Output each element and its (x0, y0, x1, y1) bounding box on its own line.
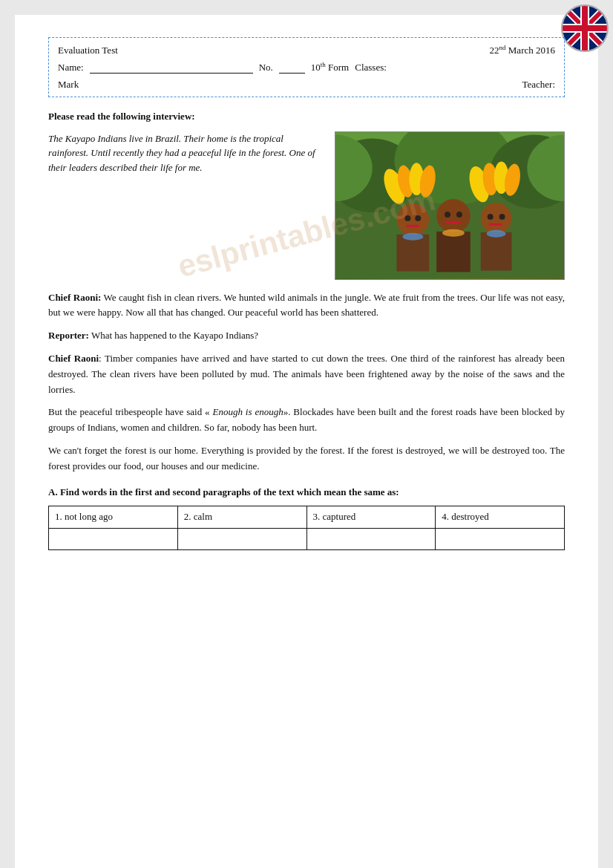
col-3-header: 3. captured (306, 506, 436, 528)
col-2-header: 2. calm (177, 506, 306, 528)
svg-rect-8 (563, 25, 607, 31)
svg-rect-42 (335, 131, 564, 278)
article-image (335, 131, 565, 280)
dialogue-paragraph-3: Chief Raoni: Timber companies have arriv… (48, 351, 565, 397)
dialogue-text-5: We can't forget the forest is our home. … (48, 445, 565, 471)
speaker-reporter: Reporter: (48, 330, 89, 341)
exercise-a-title: A. Find words in the first and second pa… (48, 486, 565, 498)
page: Evaluation Test 22nd March 2016 Name: No… (15, 15, 598, 868)
table-answer-row (49, 528, 565, 549)
flag-decoration (561, 4, 609, 52)
dialogue-text-2: What has happened to the Kayapo Indians? (91, 330, 258, 341)
date-text: 22nd March 2016 (490, 44, 555, 56)
form-label: 10th Form (311, 61, 349, 74)
header-row-2: Name: No. 10th Form Classes: (58, 61, 555, 74)
instruction-text: Please read the following interview: (48, 111, 565, 123)
speaker-chief-raoni-2: Chief Raoni (48, 353, 99, 364)
header-box: Evaluation Test 22nd March 2016 Name: No… (48, 37, 565, 97)
table-header-row: 1. not long ago 2. calm 3. captured 4. d… (49, 506, 565, 528)
dialogue-text-1: We caught fish in clean rivers. We hunte… (48, 292, 565, 319)
answer-2 (177, 528, 306, 549)
col-4-header: 4. destroyed (436, 506, 565, 528)
speaker-chief-raoni-1: Chief Raoni: (48, 292, 101, 303)
dialogue-text-4: But the peaceful tribespeople have said … (48, 406, 213, 417)
article-intro: The Kayapo Indians live in Brazil. Their… (48, 131, 324, 280)
no-field (279, 61, 305, 74)
dialogue-paragraph-4: But the peaceful tribespeople have said … (48, 405, 565, 436)
enough-text: Enough is enough (213, 406, 283, 417)
dialogue-text-3: : Timber companies have arrived and have… (48, 353, 565, 395)
dialogue-paragraph-2: Reporter: What has happened to the Kayap… (48, 328, 565, 344)
exercise-a-table: 1. not long ago 2. calm 3. captured 4. d… (48, 506, 565, 550)
name-field (90, 61, 253, 74)
header-row-3: Mark Teacher: (58, 79, 555, 91)
answer-1 (49, 528, 178, 549)
header-row-1: Evaluation Test 22nd March 2016 (58, 44, 555, 56)
eval-title: Evaluation Test (58, 45, 118, 56)
exercise-a-section: A. Find words in the first and second pa… (48, 486, 565, 550)
col-1-header: 1. not long ago (49, 506, 178, 528)
dialogue-paragraph-5: We can't forget the forest is our home. … (48, 443, 565, 474)
article-section: The Kayapo Indians live in Brazil. Their… (48, 131, 565, 280)
answer-4 (436, 528, 565, 549)
dialogue-section: Chief Raoni: We caught fish in clean riv… (48, 290, 565, 474)
dialogue-paragraph-1: Chief Raoni: We caught fish in clean riv… (48, 290, 565, 322)
answer-3 (306, 528, 436, 549)
